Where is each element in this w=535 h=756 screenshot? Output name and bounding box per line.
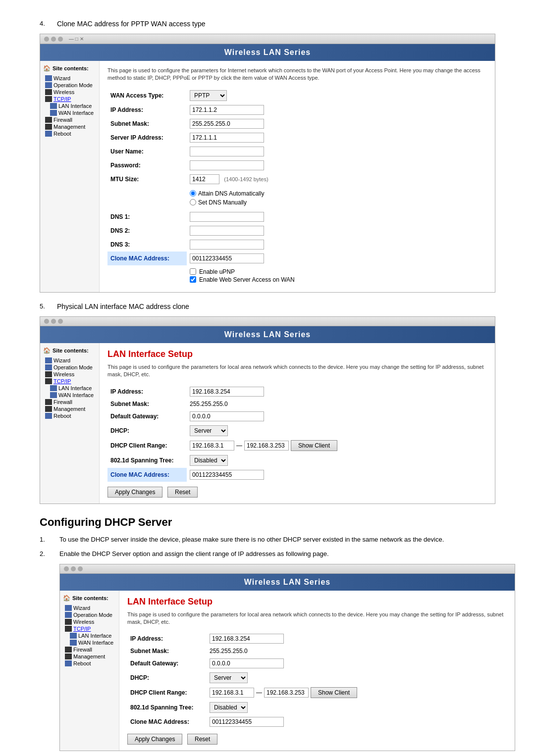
default-gw-input-2[interactable] — [190, 411, 264, 421]
clone-mac-input-3[interactable] — [210, 717, 284, 727]
ip-address-label-2: IP Address: — [107, 385, 187, 399]
subnet-mask-static-3: 255.255.255.0 — [210, 648, 248, 655]
sidebar-1: 🏠 Site contents: Wizard Operation Mode W… — [40, 61, 100, 292]
opmode-icon-3 — [65, 612, 72, 618]
opmode-icon-2 — [45, 364, 52, 370]
page-desc-3: This page is used to configure the param… — [127, 611, 507, 626]
spanning-tree-select-3[interactable]: Disabled Enabled — [210, 702, 248, 713]
sidebar-item-lan-3[interactable]: LAN Interface — [63, 632, 116, 639]
spanning-tree-label-2: 802.1d Spanning Tree: — [107, 453, 187, 468]
dhcp-select-2[interactable]: Server Disabled — [190, 425, 228, 436]
firewall-icon-3 — [65, 647, 72, 653]
ip-address-label-3: IP Address: — [127, 632, 207, 646]
dns3-input[interactable] — [190, 240, 264, 250]
password-input[interactable] — [190, 160, 264, 170]
sidebar-item-wireless-2[interactable]: Wireless — [43, 371, 96, 378]
dhcp-select-3[interactable]: Server Disabled — [210, 672, 248, 683]
subnet-mask-input-1[interactable] — [190, 119, 264, 129]
dhcp-range-from-3[interactable] — [210, 688, 254, 698]
house-icon-1: 🏠 — [43, 65, 51, 72]
lan-icon-2 — [50, 385, 57, 391]
mgmt-icon-1 — [45, 124, 52, 130]
dns1-input[interactable] — [190, 212, 264, 222]
main-content-3: LAN Interface Setup This page is used to… — [119, 591, 515, 751]
main-content-2: LAN Interface Setup This page is used to… — [100, 343, 495, 504]
reboot-icon-2 — [45, 413, 52, 419]
username-input[interactable] — [190, 147, 264, 156]
mtu-input[interactable] — [190, 174, 219, 184]
ip-address-input-2[interactable] — [190, 387, 264, 397]
ip-address-input-3[interactable] — [210, 634, 284, 644]
sidebar-item-wan-1[interactable]: WAN Interface — [43, 109, 96, 116]
show-client-button-3[interactable]: Show Client — [311, 687, 357, 698]
set-dns-radio[interactable]: Set DNS Manually — [190, 199, 484, 206]
wireless-header-1: Wireless LAN Series — [40, 44, 495, 61]
username-label: User Name: — [107, 145, 187, 158]
sidebar-item-wan-3[interactable]: WAN Interface — [63, 639, 116, 646]
show-client-button-2[interactable]: Show Client — [291, 440, 337, 451]
browser-frame-2: Wireless LAN Series 🏠 Site contents: Wiz… — [40, 316, 495, 504]
enable-upnp-checkbox[interactable]: Enable uPNP — [190, 268, 484, 275]
wan-access-type-label: WAN Access Type: — [107, 88, 187, 103]
clone-mac-label-2: Clone MAC Address: — [107, 468, 187, 482]
clone-mac-input-2[interactable] — [190, 470, 264, 480]
enable-web-checkbox[interactable]: Enable Web Server Access on WAN — [190, 276, 484, 283]
dns1-label: DNS 1: — [107, 210, 187, 224]
sidebar-item-wizard-3[interactable]: Wizard — [63, 605, 116, 611]
sidebar-item-wizard-2[interactable]: Wizard — [43, 357, 96, 364]
sidebar-item-mgmt-3[interactable]: Management — [63, 653, 116, 660]
dns3-label: DNS 3: — [107, 238, 187, 252]
wan-access-type-select[interactable]: PPTP Static IP DHCP PPPoE — [190, 90, 227, 101]
sidebar-item-wan-2[interactable]: WAN Interface — [43, 392, 96, 399]
default-gw-input-3[interactable] — [210, 658, 284, 668]
sidebar-item-tcpip-2[interactable]: TCP/IP — [43, 378, 96, 385]
reset-button-3[interactable]: Reset — [187, 734, 217, 745]
attain-dns-radio[interactable]: Attain DNS Automatically — [190, 190, 484, 197]
server-ip-label: Server IP Address: — [107, 131, 187, 145]
sidebar-item-firewall-2[interactable]: Firewall — [43, 399, 96, 405]
dhcp-item-1-num: 1. — [40, 535, 59, 545]
page-title-2: LAN Interface Setup — [107, 349, 487, 359]
spanning-tree-select-2[interactable]: Disabled Enabled — [190, 455, 228, 466]
sidebar-item-opmode-1[interactable]: Operation Mode — [43, 82, 96, 89]
sidebar-item-firewall-1[interactable]: Firewall — [43, 116, 96, 123]
sidebar-item-reboot-1[interactable]: Reboot — [43, 130, 96, 137]
dhcp-range-to-3[interactable] — [264, 688, 309, 698]
lan-icon-1 — [50, 103, 57, 109]
sidebar-item-tcpip-3[interactable]: TCP/IP — [63, 625, 116, 632]
sidebar-item-wireless-1[interactable]: Wireless — [43, 89, 96, 96]
apply-changes-button-2[interactable]: Apply Changes — [107, 487, 162, 498]
sidebar-item-reboot-2[interactable]: Reboot — [43, 412, 96, 419]
apply-changes-button-3[interactable]: Apply Changes — [127, 734, 182, 745]
sidebar-item-wireless-3[interactable]: Wireless — [63, 618, 116, 625]
ip-address-input-1[interactable] — [190, 105, 264, 115]
sidebar-item-reboot-3[interactable]: Reboot — [63, 660, 116, 667]
dhcp-item-2-text: Enable the DHCP Server option and assign… — [59, 549, 495, 559]
sidebar-item-lan-2[interactable]: LAN Interface — [43, 385, 96, 392]
wireless-icon-2 — [45, 371, 52, 377]
sidebar-item-opmode-2[interactable]: Operation Mode — [43, 364, 96, 371]
sidebar-item-wizard-1[interactable]: Wizard — [43, 75, 96, 82]
dns2-input[interactable] — [190, 226, 264, 236]
mtu-label: MTU Size: — [107, 172, 187, 186]
subnet-mask-label-1: Subnet Mask: — [107, 117, 187, 131]
reset-button-2[interactable]: Reset — [167, 487, 198, 498]
browser-frame-3: Wireless LAN Series 🏠 Site contents: Wiz… — [59, 564, 515, 752]
dhcp-item-1-text: To use the DHCP server inside the device… — [59, 535, 495, 545]
clone-mac-input-1[interactable] — [190, 253, 264, 263]
sidebar-item-mgmt-1[interactable]: Management — [43, 123, 96, 130]
sidebar-item-mgmt-2[interactable]: Management — [43, 405, 96, 412]
sidebar-item-opmode-3[interactable]: Operation Mode — [63, 611, 116, 618]
server-ip-input[interactable] — [190, 133, 264, 143]
dhcp-range-from-2[interactable] — [190, 441, 234, 451]
sidebar-item-firewall-3[interactable]: Firewall — [63, 646, 116, 653]
wireless-header-2: Wireless LAN Series — [40, 326, 495, 343]
dhcp-section-title: Configuring DHCP Server — [40, 516, 495, 529]
opmode-icon-1 — [45, 82, 52, 88]
section-5-title: Physical LAN interface MAC address clone — [57, 302, 189, 310]
sidebar-item-tcpip-1[interactable]: TCP/IP — [43, 96, 96, 102]
browser-frame-1: — □ ✕ Wireless LAN Series 🏠 Site content… — [40, 34, 495, 293]
tcpip-icon-1 — [45, 96, 52, 102]
sidebar-item-lan-1[interactable]: LAN Interface — [43, 102, 96, 109]
dhcp-range-to-2[interactable] — [244, 441, 289, 451]
